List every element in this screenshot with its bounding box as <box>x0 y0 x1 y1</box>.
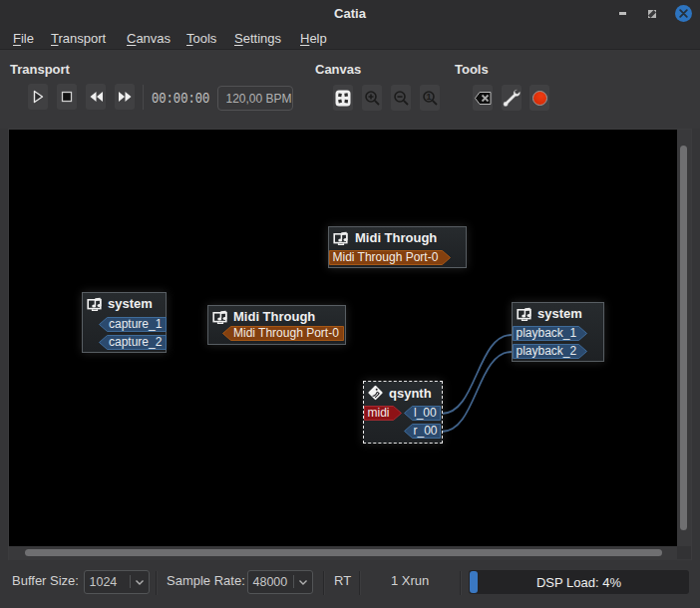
svg-text:1: 1 <box>426 92 431 102</box>
svg-text:Midi Through Port-0: Midi Through Port-0 <box>333 250 439 264</box>
svg-text:r_00: r_00 <box>414 424 438 438</box>
svg-text:playback_2: playback_2 <box>517 344 577 358</box>
svg-text:capture_1: capture_1 <box>109 317 163 331</box>
svg-text:l_00: l_00 <box>414 406 437 420</box>
svg-text:playback_1: playback_1 <box>517 326 577 340</box>
svg-text:capture_2: capture_2 <box>109 335 163 349</box>
svg-text:Midi Through Port-0: Midi Through Port-0 <box>233 326 339 340</box>
svg-text:midi: midi <box>368 406 390 420</box>
